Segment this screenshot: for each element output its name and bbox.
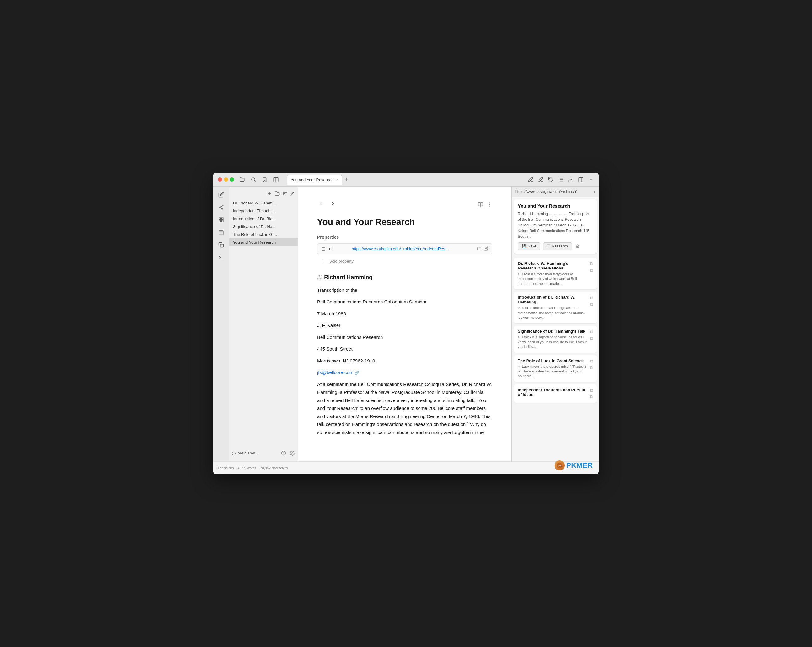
add-property-button[interactable]: ＋ + Add property xyxy=(317,257,492,265)
content-right-nav xyxy=(477,201,492,208)
external-link-icon[interactable] xyxy=(477,246,481,252)
right-toolbar xyxy=(528,176,594,183)
related-card-3: The Role of Luck in Great Science > "Luc… xyxy=(514,355,597,382)
tab-area: You and Your Research × + xyxy=(287,174,525,185)
copy-icon[interactable]: ⧉ xyxy=(590,295,593,300)
new-folder-icon[interactable] xyxy=(274,190,281,197)
sidebar-toggle-icon[interactable] xyxy=(578,176,584,183)
doc-heading2: ## Richard Hamming xyxy=(317,272,492,282)
related-card-title: Introduction of Dr. Richard W. Hamming xyxy=(518,295,588,304)
copy-icon[interactable]: ⧉ xyxy=(590,358,593,364)
svg-line-1 xyxy=(254,180,256,182)
card-settings-button[interactable]: ⚙ xyxy=(575,243,580,250)
new-note-icon[interactable] xyxy=(267,190,273,197)
file-tree-item[interactable]: Independent Thought... xyxy=(229,207,298,215)
svg-line-17 xyxy=(220,206,222,208)
collapse-icon[interactable] xyxy=(289,190,296,197)
settings-icon[interactable] xyxy=(289,450,296,456)
related-card-title: Independent Thoughts and Pursuit of Idea… xyxy=(518,388,588,397)
svg-rect-23 xyxy=(219,231,223,235)
svg-rect-19 xyxy=(219,218,220,219)
copy-icon-2[interactable]: ⧉ xyxy=(590,394,593,399)
doc-paragraph: 445 South Street xyxy=(317,345,492,353)
minimize-button[interactable] xyxy=(224,177,228,182)
copy-icon-2[interactable]: ⧉ xyxy=(590,365,593,370)
doc-email: jfk@bellcore.com 🔗 xyxy=(317,369,492,376)
nav-back-icon[interactable] xyxy=(317,199,326,210)
url-bar-text[interactable]: https://www.cs.virginia.edu/~robins/Y xyxy=(515,190,591,194)
svg-line-18 xyxy=(220,207,222,209)
fullscreen-button[interactable] xyxy=(230,177,234,182)
folder-icon[interactable] xyxy=(239,176,245,183)
save-icon: 💾 xyxy=(522,244,527,248)
vault-name: obsidian-n... xyxy=(238,451,258,456)
reading-mode-icon[interactable] xyxy=(477,201,484,208)
doc-paragraph: 7 March 1986 xyxy=(317,310,492,318)
tab-chevron-icon[interactable] xyxy=(588,176,594,183)
copy-icon-2[interactable]: ⧉ xyxy=(590,335,593,341)
doc-title: You and Your Research xyxy=(317,217,492,227)
related-card-icons: ⧉ ⧉ xyxy=(590,358,593,370)
url-chevron-icon[interactable]: › xyxy=(594,189,595,194)
sidebar-icon-edit[interactable] xyxy=(215,189,227,200)
more-options-icon[interactable] xyxy=(486,201,492,208)
annotate-icon[interactable] xyxy=(528,176,534,183)
related-card-1: Introduction of Dr. Richard W. Hamming >… xyxy=(514,292,597,323)
layout-icon[interactable] xyxy=(273,176,279,183)
sidebar-icon-terminal[interactable] xyxy=(215,252,227,263)
file-tree-item[interactable]: The Role of Luck in Gr... xyxy=(229,231,298,239)
word-count: 4,559 words xyxy=(237,466,256,470)
copy-icon[interactable]: ⧉ xyxy=(590,261,593,266)
bookmark-icon[interactable] xyxy=(261,176,268,183)
close-button[interactable] xyxy=(218,177,222,182)
copy-icon[interactable]: ⧉ xyxy=(590,388,593,393)
titlebar-icons xyxy=(239,176,279,183)
list-icon[interactable] xyxy=(558,176,564,183)
research-label: Research xyxy=(552,244,568,248)
sidebar-icon-grid[interactable] xyxy=(215,214,227,225)
file-tree-item[interactable]: Dr. Richard W. Hammi... xyxy=(229,199,298,207)
research-button[interactable]: ☰ Research xyxy=(543,242,572,250)
file-tree-item[interactable]: Significance of Dr. Ha... xyxy=(229,223,298,231)
doc-paragraph: Morristown, NJ 07962-1910 xyxy=(317,357,492,365)
related-card-desc: > "Dick is one of the all time greats in… xyxy=(518,306,588,320)
svg-line-40 xyxy=(479,247,481,249)
sort-icon[interactable] xyxy=(282,190,288,197)
property-actions xyxy=(477,246,488,252)
doc-paragraph: Transcription of the xyxy=(317,286,492,294)
edit-property-icon[interactable] xyxy=(484,246,488,252)
help-icon[interactable] xyxy=(281,450,287,456)
copy-icon-2[interactable]: ⧉ xyxy=(590,301,593,307)
related-card-title: The Role of Luck in Great Science xyxy=(518,358,588,363)
sidebar-icon-copy[interactable] xyxy=(215,239,227,251)
tag-icon[interactable] xyxy=(548,176,554,183)
sidebar-icon-calendar[interactable] xyxy=(215,227,227,238)
svg-rect-27 xyxy=(220,244,223,248)
copy-icon[interactable]: ⧉ xyxy=(590,329,593,334)
highlight-icon[interactable] xyxy=(537,176,544,183)
tab-close-icon[interactable]: × xyxy=(336,177,338,182)
backlinks-count: 0 backlinks xyxy=(217,466,234,470)
pkmer-logo xyxy=(554,460,565,471)
file-tree: Dr. Richard W. Hammi... Independent Thou… xyxy=(229,187,298,461)
svg-rect-12 xyxy=(579,177,583,182)
file-tree-item-active[interactable]: You and Your Research xyxy=(229,239,298,246)
copy-icon-2[interactable]: ⧉ xyxy=(590,268,593,273)
svg-point-16 xyxy=(222,208,223,210)
save-button[interactable]: 💾 Save xyxy=(518,242,540,250)
download-icon[interactable] xyxy=(568,176,574,183)
nav-forward-icon[interactable] xyxy=(328,199,337,210)
svg-rect-2 xyxy=(274,177,278,182)
svg-point-15 xyxy=(222,205,223,206)
file-tree-item[interactable]: Introduction of Dr. Ric... xyxy=(229,215,298,223)
svg-rect-20 xyxy=(221,218,223,219)
search-icon[interactable] xyxy=(250,176,256,183)
property-url-icon: ☰ xyxy=(321,246,325,252)
tab-you-and-your-research[interactable]: You and Your Research × xyxy=(287,174,342,185)
sidebar-icon-graph[interactable] xyxy=(215,202,227,213)
svg-point-39 xyxy=(489,206,490,206)
new-tab-button[interactable]: + xyxy=(343,175,350,184)
vault-icon: ◯ xyxy=(232,451,236,456)
property-url-value[interactable]: https://www.cs.virginia.edu/~robins/YouA… xyxy=(352,246,473,251)
email-link[interactable]: jfk@bellcore.com xyxy=(317,370,353,375)
